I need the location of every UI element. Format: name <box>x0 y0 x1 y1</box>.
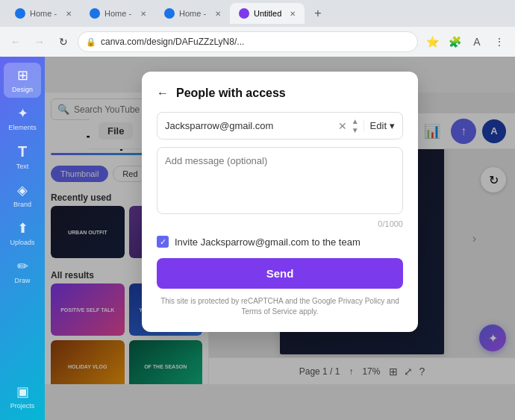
email-arrows[interactable]: ▲ ▼ <box>352 117 359 134</box>
forward-button[interactable]: → <box>30 32 49 51</box>
tab-label-3: Home - <box>179 9 210 18</box>
sidebar-item-brand[interactable]: ◈ Brand <box>4 178 41 213</box>
browser-tab-3[interactable]: Home - ✕ <box>155 3 230 24</box>
sidebar-label-brand: Brand <box>13 201 31 208</box>
menu-icon[interactable]: ⋮ <box>490 32 509 51</box>
modal-back-button[interactable]: ← <box>157 87 169 100</box>
design-icon: ⊞ <box>17 67 28 84</box>
tab-favicon-1 <box>15 8 25 19</box>
modal-overlay: ← People with access Jacksparrow@gmail.c… <box>45 57 515 420</box>
invite-checkbox[interactable]: ✓ <box>157 236 169 248</box>
tab-label-4: Untitled <box>254 9 285 18</box>
lock-icon: 🔒 <box>86 37 96 47</box>
edit-label: Edit <box>370 120 387 131</box>
modal-header: ← People with access <box>157 87 403 100</box>
arrow-down-icon: ▼ <box>352 126 359 134</box>
browser-tab-1[interactable]: Home - ✕ <box>6 3 81 24</box>
recaptcha-text: This site is protected by reCAPTCHA and … <box>157 296 403 317</box>
new-tab-button[interactable]: + <box>308 3 328 24</box>
invite-row: ✓ Invite Jacksparrow@gmail.com to the te… <box>157 236 403 248</box>
sidebar-label-projects: Projects <box>10 402 35 410</box>
browser-tab-4[interactable]: Untitled ✕ <box>230 3 305 24</box>
email-value: Jacksparrow@gmail.com <box>165 120 334 131</box>
edit-dropdown[interactable]: Edit ▾ <box>363 120 395 131</box>
sidebar-item-draw[interactable]: ✏ Draw <box>4 254 41 289</box>
tab-close-3[interactable]: ✕ <box>215 10 221 18</box>
tab-close-1[interactable]: ✕ <box>66 10 72 18</box>
sidebar-item-design[interactable]: ⊞ Design <box>4 63 41 98</box>
projects-icon: ▣ <box>16 383 29 400</box>
text-icon: T <box>18 143 27 160</box>
sidebar-item-text[interactable]: T Text <box>4 139 41 175</box>
brand-icon: ◈ <box>17 182 28 198</box>
sidebar: ⊞ Design ✦ Elements T Text ◈ Brand ⬆ Upl… <box>0 57 45 420</box>
sidebar-item-elements[interactable]: ✦ Elements <box>4 101 41 136</box>
send-button[interactable]: Send <box>157 258 403 289</box>
reload-button[interactable]: ↻ <box>54 32 73 51</box>
invite-text: Invite Jacksparrow@gmail.com to the team <box>175 236 360 248</box>
elements-icon: ✦ <box>17 105 28 122</box>
draw-icon: ✏ <box>17 258 28 275</box>
sidebar-label-elements: Elements <box>8 124 37 131</box>
char-count: 0/1000 <box>157 219 403 228</box>
arrow-up-icon: ▲ <box>352 117 359 125</box>
sidebar-label-design: Design <box>12 86 33 93</box>
browser-tab-2[interactable]: Home - ✕ <box>81 3 155 24</box>
url-text: canva.com/design/DAFuZZzLyN8/... <box>101 37 410 47</box>
share-modal: ← People with access Jacksparrow@gmail.c… <box>142 72 418 332</box>
sidebar-label-draw: Draw <box>14 277 30 284</box>
chevron-down-icon: ▾ <box>390 120 395 131</box>
email-clear-button[interactable]: ✕ <box>338 120 347 132</box>
tab-close-2[interactable]: ✕ <box>140 10 146 18</box>
sidebar-item-projects[interactable]: ▣ Projects <box>4 379 41 414</box>
tab-label-1: Home - <box>30 9 61 18</box>
sidebar-label-text: Text <box>16 163 29 170</box>
extension-icon[interactable]: 🧩 <box>445 32 464 51</box>
sidebar-item-uploads[interactable]: ⬆ Uploads <box>4 216 41 251</box>
tab-favicon-2 <box>90 8 100 19</box>
uploads-icon: ⬆ <box>17 220 28 236</box>
tab-favicon-3 <box>164 8 175 19</box>
address-bar[interactable]: 🔒 canva.com/design/DAFuZZzLyN8/... <box>78 31 418 52</box>
profile-icon[interactable]: A <box>467 32 487 51</box>
bookmark-icon[interactable]: ⭐ <box>422 32 442 51</box>
tab-close-4[interactable]: ✕ <box>290 10 296 18</box>
back-button[interactable]: ← <box>6 32 25 51</box>
tab-favicon-4 <box>239 8 249 19</box>
tab-label-2: Home - <box>104 9 136 18</box>
sidebar-label-uploads: Uploads <box>10 239 34 246</box>
modal-title: People with access <box>176 87 286 100</box>
message-textarea[interactable] <box>157 147 403 214</box>
check-icon: ✓ <box>160 237 166 247</box>
email-row: Jacksparrow@gmail.com ✕ ▲ ▼ Edit ▾ <box>157 112 403 140</box>
